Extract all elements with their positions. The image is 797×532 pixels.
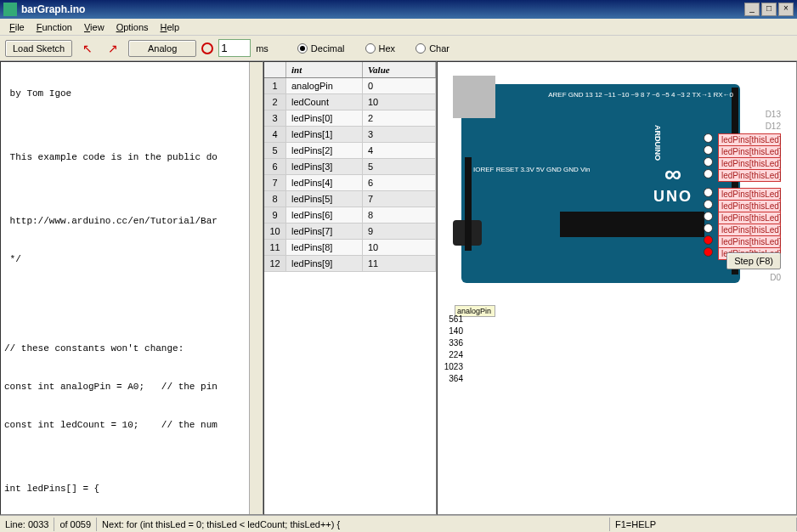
var-value: 10 xyxy=(363,94,436,110)
status-line: Line: 0033 xyxy=(0,518,54,531)
table-row[interactable]: 4ledPins[1]3 xyxy=(264,127,436,143)
menu-view[interactable]: View xyxy=(78,20,110,34)
table-row[interactable]: 2ledCount10 xyxy=(264,94,436,110)
row-num: 7 xyxy=(264,175,286,190)
status-help: F1=HELP xyxy=(610,518,797,531)
row-num: 2 xyxy=(264,94,286,110)
code-line[interactable]: This example code is in the public do xyxy=(1,151,263,164)
var-name: ledPins[4] xyxy=(286,175,363,190)
row-num: 11 xyxy=(264,240,286,255)
col-num xyxy=(264,62,286,77)
led-d8 xyxy=(704,169,713,178)
table-row[interactable]: 11ledPins[8]10 xyxy=(264,240,436,256)
led-d10 xyxy=(704,145,713,155)
step-button[interactable]: Step (F8) xyxy=(726,252,781,269)
close-button[interactable]: × xyxy=(778,3,794,16)
radio-hex[interactable]: Hex xyxy=(365,43,396,54)
pin-d11-button[interactable]: ledPins[thisLed] xyxy=(718,133,781,146)
table-row[interactable]: 6ledPins[3]5 xyxy=(264,159,436,175)
a0-value: 561 xyxy=(438,314,463,325)
var-value: 4 xyxy=(363,143,436,158)
radio-char[interactable]: Char xyxy=(415,43,449,54)
var-name: ledPins[5] xyxy=(286,191,363,207)
var-name: ledPins[0] xyxy=(286,110,363,126)
menu-options[interactable]: Options xyxy=(110,20,155,34)
code-line[interactable]: const int analogPin = A0; // the pin xyxy=(1,381,263,393)
led-d11 xyxy=(704,133,713,143)
forward-arrow-icon[interactable]: ↗ xyxy=(103,42,123,55)
status-of: of 0059 xyxy=(54,518,97,531)
pin-d13-label: D13 xyxy=(766,110,781,119)
table-row[interactable]: 8ledPins[5]7 xyxy=(264,191,436,207)
table-row[interactable]: 5ledPins[2]4 xyxy=(264,143,436,159)
load-sketch-button[interactable]: Load Sketch xyxy=(5,40,72,57)
led-d5 xyxy=(704,212,713,221)
var-value: 5 xyxy=(363,159,436,174)
row-num: 8 xyxy=(264,191,286,207)
var-name: ledPins[7] xyxy=(286,224,363,239)
menu-help[interactable]: Help xyxy=(155,20,186,34)
table-row[interactable]: 10ledPins[7]9 xyxy=(264,224,436,240)
window-title: barGraph.ino xyxy=(21,3,743,15)
row-num: 5 xyxy=(264,143,286,158)
pin-d4-button[interactable]: ledPins[thisLed] xyxy=(718,224,781,236)
menu-function[interactable]: Function xyxy=(31,20,78,34)
col-value: Value xyxy=(363,62,436,77)
pin-d5-button[interactable]: ledPins[thisLed] xyxy=(718,212,781,224)
status-next: Next: for (int thisLed = 0; thisLed < le… xyxy=(97,518,610,531)
radio-decimal[interactable]: Decimal xyxy=(297,43,345,54)
led-d6 xyxy=(704,200,713,209)
pin-d6-button[interactable]: ledPins[thisLed] xyxy=(718,200,781,212)
pin-d9-button[interactable]: ledPins[thisLed] xyxy=(718,157,781,170)
maximize-button[interactable]: □ xyxy=(761,3,777,16)
left-header-icon xyxy=(465,157,472,251)
record-icon[interactable] xyxy=(201,42,213,54)
analog-button[interactable]: Analog xyxy=(128,40,196,57)
a5-value: 364 xyxy=(438,373,463,385)
code-editor[interactable]: by Tom Igoe This example code is in the … xyxy=(0,61,263,515)
table-row[interactable]: 12ledPins[9]11 xyxy=(264,256,436,272)
led-d7 xyxy=(704,188,713,197)
var-name: analogPin xyxy=(286,78,363,93)
pin-d12-label: D12 xyxy=(766,122,781,131)
toolbar: Load Sketch ↖ ↗ Analog ms Decimal Hex Ch… xyxy=(0,36,797,61)
table-row[interactable]: 7ledPins[4]6 xyxy=(264,175,436,191)
usb-port-icon xyxy=(453,76,495,118)
var-name: ledPins[2] xyxy=(286,143,363,158)
minimize-button[interactable]: _ xyxy=(744,3,760,16)
code-line[interactable]: by Tom Igoe xyxy=(1,88,263,100)
radio-char-label: Char xyxy=(429,43,449,54)
atmega-chip-icon xyxy=(560,212,704,237)
table-row[interactable]: 1analogPin0 xyxy=(264,78,436,94)
code-line[interactable]: http://www.arduino.cc/en/Tutorial/Bar xyxy=(1,215,263,228)
arduino-board: ARDUINO ∞ UNO IOREF RESET 3.3V 5V GND GN… xyxy=(461,84,740,283)
var-name: ledPins[8] xyxy=(286,240,363,255)
back-arrow-icon[interactable]: ↖ xyxy=(77,42,98,55)
format-radio-group: Decimal Hex Char xyxy=(297,43,449,54)
status-bar: Line: 0033 of 0059 Next: for (int thisLe… xyxy=(0,515,797,532)
a4-value: 1023 xyxy=(438,361,463,373)
pin-d7-button[interactable]: ledPins[thisLed] xyxy=(718,188,781,201)
var-value: 11 xyxy=(363,256,436,271)
table-row[interactable]: 9ledPins[6]8 xyxy=(264,207,436,224)
brand-label: ARDUINO xyxy=(653,125,662,161)
var-value: 3 xyxy=(363,127,436,142)
table-header: int Value xyxy=(264,62,436,78)
code-scrollbar[interactable] xyxy=(249,62,263,514)
code-line[interactable]: // these constants won't change: xyxy=(1,342,263,355)
code-line[interactable]: int ledPins[] = { xyxy=(1,483,263,495)
pin-d10-button[interactable]: ledPins[thisLed] xyxy=(718,145,781,158)
var-value: 6 xyxy=(363,175,436,190)
code-line[interactable]: const int ledCount = 10; // the num xyxy=(1,419,263,432)
code-line[interactable]: */ xyxy=(1,253,263,266)
pin-d3-button[interactable]: ledPins[thisLed] xyxy=(718,235,781,248)
table-row[interactable]: 3ledPins[0]2 xyxy=(264,110,436,127)
var-name: ledPins[1] xyxy=(286,127,363,142)
pin-d8-button[interactable]: ledPins[thisLed] xyxy=(718,169,781,182)
row-num: 1 xyxy=(264,78,286,93)
time-input[interactable] xyxy=(218,39,251,57)
radio-hex-label: Hex xyxy=(379,43,396,54)
model-label: UNO xyxy=(653,188,692,206)
led-d4 xyxy=(704,224,713,233)
menu-file[interactable]: File xyxy=(3,20,31,34)
